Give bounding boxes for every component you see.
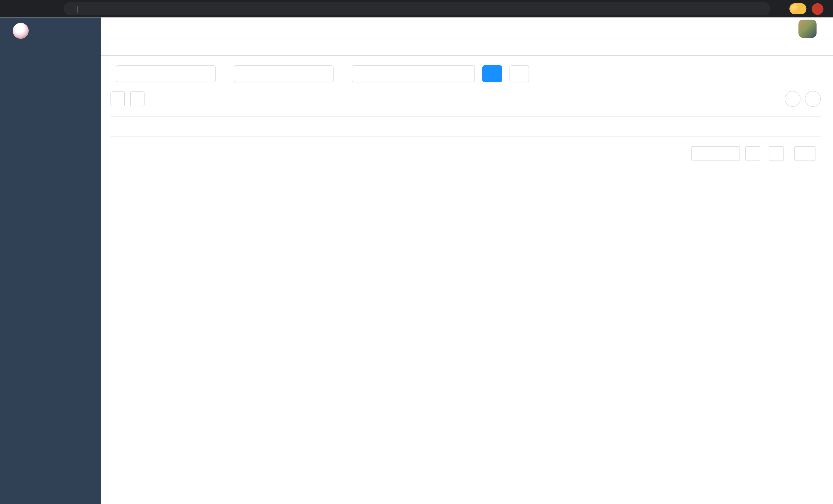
data-table xyxy=(111,116,821,137)
back-icon[interactable] xyxy=(5,2,19,16)
search-button[interactable] xyxy=(482,65,502,82)
browser-update-button[interactable] xyxy=(812,3,824,15)
page-content xyxy=(101,56,833,504)
table-header-row xyxy=(111,116,821,137)
prev-page-button[interactable] xyxy=(745,146,760,161)
app-header xyxy=(101,18,833,40)
page-size-select[interactable] xyxy=(691,146,740,161)
toggle-search-button[interactable] xyxy=(785,91,801,106)
url-separator: | xyxy=(76,5,78,13)
profile-paused-badge[interactable] xyxy=(789,3,806,14)
pagination xyxy=(111,146,821,166)
main-column xyxy=(101,18,833,504)
toolbar-right xyxy=(785,91,821,106)
table-name-input[interactable] xyxy=(116,65,216,82)
app-frame xyxy=(0,18,833,504)
goto-page-input[interactable] xyxy=(794,146,815,161)
profile-avatar xyxy=(790,4,800,13)
next-page-button[interactable] xyxy=(769,146,784,161)
logo-row[interactable] xyxy=(0,18,101,44)
refresh-table-button[interactable] xyxy=(805,91,821,106)
reload-icon[interactable] xyxy=(33,2,47,16)
browser-home-icon[interactable] xyxy=(47,2,61,16)
import-db-button[interactable] xyxy=(111,92,125,106)
date-range-picker[interactable] xyxy=(352,65,475,82)
forward-icon[interactable] xyxy=(19,2,33,16)
page-controls xyxy=(745,146,784,161)
browser-chrome: | xyxy=(0,0,833,18)
table-desc-input[interactable] xyxy=(234,65,334,82)
logo-image xyxy=(13,23,29,39)
user-avatar[interactable] xyxy=(799,20,816,38)
tabbar xyxy=(101,40,833,56)
sidebar xyxy=(0,18,101,504)
screen: | xyxy=(0,0,833,504)
filter-form xyxy=(111,65,821,82)
url-bar[interactable]: | xyxy=(64,2,770,16)
import-sql-button[interactable] xyxy=(130,92,145,106)
table-toolbar xyxy=(111,91,821,106)
reset-button[interactable] xyxy=(509,65,529,82)
header-actions xyxy=(759,20,825,38)
